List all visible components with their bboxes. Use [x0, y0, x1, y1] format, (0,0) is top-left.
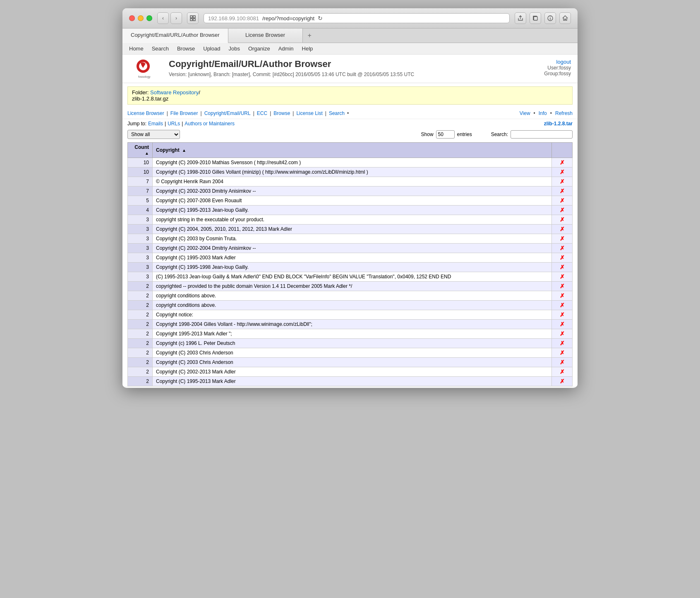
action-cell[interactable]: ✗ [552, 282, 573, 291]
share-icon[interactable] [515, 12, 526, 24]
delete-icon[interactable]: ✗ [560, 188, 565, 194]
action-cell[interactable]: ✗ [552, 158, 573, 167]
count-cell: 2 [128, 282, 153, 291]
jump-urls[interactable]: URLs [168, 121, 180, 127]
tab-license[interactable]: License Browser [228, 29, 303, 43]
subnav-info[interactable]: Info [539, 110, 547, 116]
count-cell: 4 [128, 206, 153, 215]
delete-icon[interactable]: ✗ [560, 178, 565, 185]
logout-link[interactable]: logout [556, 59, 571, 65]
col-copyright[interactable]: Copyright ▲ [153, 143, 552, 158]
col-count[interactable]: Count ▲ [128, 143, 153, 158]
nav-admin[interactable]: Admin [278, 45, 294, 52]
subnav-license-list[interactable]: License List [296, 110, 322, 116]
close-button[interactable] [129, 15, 135, 21]
nav-organize[interactable]: Organize [248, 45, 270, 52]
nav-help[interactable]: Help [302, 45, 313, 52]
action-cell[interactable]: ✗ [552, 225, 573, 234]
tab-copyright[interactable]: Copyright/Email/URL/Author Browser [122, 29, 228, 43]
duplicate-icon[interactable] [530, 12, 541, 24]
tab-view-button[interactable] [187, 12, 199, 24]
delete-icon[interactable]: ✗ [560, 216, 565, 223]
action-cell[interactable]: ✗ [552, 253, 573, 263]
search-input[interactable] [511, 130, 573, 139]
delete-icon[interactable]: ✗ [560, 302, 565, 309]
delete-icon[interactable]: ✗ [560, 349, 565, 356]
nav-jobs[interactable]: Jobs [228, 45, 240, 52]
delete-icon[interactable]: ✗ [560, 226, 565, 232]
reload-button[interactable]: ↻ [318, 15, 323, 22]
action-cell[interactable]: ✗ [552, 196, 573, 206]
action-cell[interactable]: ✗ [552, 367, 573, 377]
show-entries-input[interactable] [436, 130, 455, 139]
action-cell[interactable]: ✗ [552, 167, 573, 177]
action-cell[interactable]: ✗ [552, 329, 573, 339]
delete-icon[interactable]: ✗ [560, 264, 565, 270]
delete-icon[interactable]: ✗ [560, 235, 565, 242]
delete-icon[interactable]: ✗ [560, 330, 565, 337]
action-cell[interactable]: ✗ [552, 339, 573, 348]
action-cell[interactable]: ✗ [552, 215, 573, 225]
delete-icon[interactable]: ✗ [560, 292, 565, 299]
forward-button[interactable]: › [170, 12, 182, 24]
subnav-view[interactable]: View [520, 110, 530, 116]
delete-icon[interactable]: ✗ [560, 368, 565, 375]
action-cell[interactable]: ✗ [552, 310, 573, 320]
home-icon[interactable] [559, 12, 571, 24]
minimize-button[interactable] [138, 15, 144, 21]
delete-icon[interactable]: ✗ [560, 207, 565, 213]
action-cell[interactable]: ✗ [552, 177, 573, 187]
tab-add-button[interactable]: + [303, 29, 316, 43]
folder-repo-link[interactable]: Software Repository [150, 89, 199, 96]
action-cell[interactable]: ✗ [552, 358, 573, 367]
action-cell[interactable]: ✗ [552, 263, 573, 272]
nav-search[interactable]: Search [152, 45, 169, 52]
action-cell[interactable]: ✗ [552, 244, 573, 253]
back-button[interactable]: ‹ [157, 12, 169, 24]
jump-authors[interactable]: Authors or Maintainers [185, 121, 235, 127]
subnav-browse[interactable]: Browse [273, 110, 290, 116]
delete-icon[interactable]: ✗ [560, 321, 565, 328]
delete-icon[interactable]: ✗ [560, 340, 565, 347]
table-row: 2 Copyright notice: ✗ [128, 310, 573, 320]
delete-icon[interactable]: ✗ [560, 159, 565, 166]
delete-icon[interactable]: ✗ [560, 311, 565, 318]
nav-browse[interactable]: Browse [177, 45, 195, 52]
file-tar-link[interactable]: zlib-1.2.8.tar [544, 121, 573, 127]
delete-icon[interactable]: ✗ [560, 378, 565, 385]
table-row: 2 copyright conditions above. ✗ [128, 291, 573, 301]
action-cell[interactable]: ✗ [552, 377, 573, 386]
delete-icon[interactable]: ✗ [560, 273, 565, 280]
copyright-cell: © Copyright Henrik Ravn 2004 [153, 177, 552, 187]
delete-icon[interactable]: ✗ [560, 245, 565, 251]
action-cell[interactable]: ✗ [552, 291, 573, 301]
page-title: Copyright/Email/URL/Author Browser [169, 59, 537, 69]
maximize-button[interactable] [146, 15, 152, 21]
subnav-copyright[interactable]: Copyright/Email/URL [204, 110, 251, 116]
action-cell[interactable]: ✗ [552, 206, 573, 215]
jump-emails[interactable]: Emails [148, 121, 163, 127]
delete-icon[interactable]: ✗ [560, 359, 565, 366]
table-row: 2 Copyright (C) 2002-2013 Mark Adler ✗ [128, 367, 573, 377]
delete-icon[interactable]: ✗ [560, 197, 565, 204]
action-cell[interactable]: ✗ [552, 348, 573, 358]
subnav-search[interactable]: Search [329, 110, 345, 116]
subnav-refresh[interactable]: Refresh [555, 110, 573, 116]
action-cell[interactable]: ✗ [552, 272, 573, 282]
delete-icon[interactable]: ✗ [560, 254, 565, 261]
action-cell[interactable]: ✗ [552, 187, 573, 196]
action-cell[interactable]: ✗ [552, 320, 573, 329]
delete-icon[interactable]: ✗ [560, 283, 565, 289]
nav-upload[interactable]: Upload [203, 45, 220, 52]
action-cell[interactable]: ✗ [552, 234, 573, 244]
action-cell[interactable]: ✗ [552, 301, 573, 310]
nav-home[interactable]: Home [129, 45, 144, 52]
address-bar[interactable]: 192.168.99.100:8081/repo/?mod=copyright … [204, 13, 510, 23]
delete-icon[interactable]: ✗ [560, 169, 565, 175]
subnav-ecc[interactable]: ECC [257, 110, 267, 116]
subnav-file-browser[interactable]: File Browser [170, 110, 198, 116]
subnav-license-browser[interactable]: License Browser [127, 110, 164, 116]
info-icon[interactable] [544, 12, 556, 24]
filter-select[interactable]: Show all Show files without Show files w… [127, 130, 180, 139]
count-cell: 2 [128, 310, 153, 320]
